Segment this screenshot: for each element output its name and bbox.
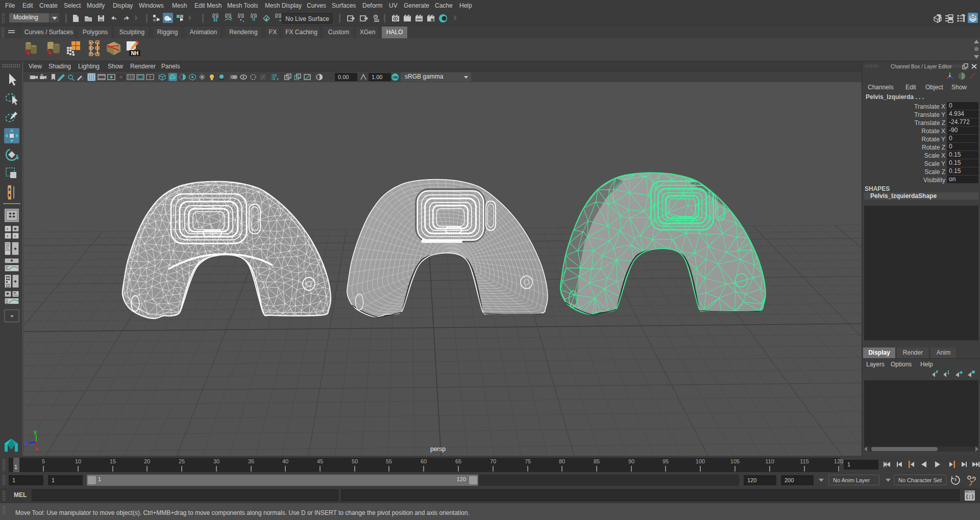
svg-text:+: + — [6, 234, 9, 239]
svg-text:{;}: {;} — [966, 494, 974, 500]
svg-text:x: x — [35, 445, 39, 452]
svg-text:+: + — [14, 234, 16, 239]
svg-text:z: z — [25, 440, 28, 446]
svg-text:T: T — [149, 75, 152, 80]
svg-text:NH: NH — [131, 51, 138, 56]
svg-text:+: + — [6, 227, 9, 232]
svg-text:ON: ON — [393, 76, 398, 79]
svg-text:persp: persp — [430, 445, 446, 453]
svg-text:y: y — [34, 429, 37, 435]
